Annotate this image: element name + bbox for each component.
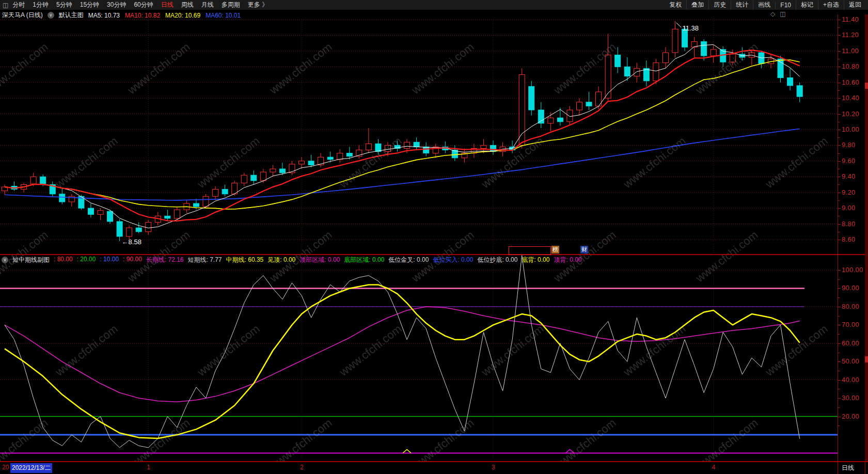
axis-tick <box>838 161 841 162</box>
axis-minor-tick <box>838 43 840 44</box>
indicator-field-13: 底背: 0.00 <box>522 256 549 264</box>
axis-minor-tick <box>838 27 840 28</box>
action-button-2[interactable]: 历史 <box>708 1 731 9</box>
chevron-down-icon[interactable] <box>48 12 54 19</box>
indicator-field-3: : 90.00 <box>123 256 142 264</box>
divider <box>838 462 838 474</box>
chevron-down-icon[interactable] <box>2 257 8 263</box>
indicator-field-12: 低位抄底: 0.00 <box>477 256 517 264</box>
action-button-3[interactable]: 统计 <box>731 1 753 9</box>
period-tab-4[interactable]: 30分钟 <box>107 1 126 9</box>
axis-price-label: 10.80 <box>842 62 859 70</box>
axis-minor-tick <box>838 389 840 389</box>
period-tab-9[interactable]: 多周期 <box>222 1 240 9</box>
panel-separator <box>0 254 868 255</box>
period-tab-3[interactable]: 15分钟 <box>80 1 99 9</box>
date-axis-row: 20 2022/12/13/二 1234 日线 <box>0 462 868 474</box>
axis-minor-tick <box>838 316 840 317</box>
period-tabs: 分时1分钟5分钟15分钟30分钟60分钟日线周线月线多周期更多 》 <box>12 1 268 9</box>
month-marker-1: 1 <box>147 464 150 471</box>
axis-tick <box>838 145 841 146</box>
axis-price-label: 50.00 <box>842 357 859 365</box>
axis-price-label: 9.40 <box>842 172 856 180</box>
period-tab-5[interactable]: 60分钟 <box>134 1 153 9</box>
indicator-fields: : 80.00: 20.00: 10.00: 90.00长期线: 72.16短期… <box>54 256 582 264</box>
axis-tick <box>838 83 841 83</box>
month-marker-3: 3 <box>492 464 495 471</box>
main-candlestick-chart[interactable]: 11.38←8.58 <box>0 14 838 255</box>
axis-tick <box>838 130 841 130</box>
indicator-field-7: 见顶: 0.00 <box>267 256 295 264</box>
axis-tick <box>838 177 841 177</box>
layout-icon[interactable]: ◫ <box>780 10 785 18</box>
chart-title-row: 深天马A (日线) 默认主图 MA5: 10.73MA10: 10.82MA20… <box>2 11 241 20</box>
axis-price-label: 80.00 <box>842 303 859 310</box>
axis-tick <box>838 307 841 307</box>
axis-tick <box>838 380 841 381</box>
axis-price-label: 9.80 <box>842 141 856 149</box>
period-tab-10[interactable]: 更多 》 <box>248 1 268 9</box>
right-scrollbar[interactable] <box>865 14 868 461</box>
high-annotation: 11.38 <box>683 24 699 32</box>
indicator-field-14: 顶背: 0.00 <box>554 256 581 264</box>
period-tab-7[interactable]: 周线 <box>181 1 194 9</box>
axis-price-label: 9.00 <box>842 204 856 212</box>
app-window: ◫ 分时1分钟5分钟15分钟30分钟60分钟日线周线月线多周期更多 》 复权叠加… <box>0 0 868 474</box>
action-button-5[interactable]: F10 <box>775 2 796 9</box>
scrollbar-mark <box>865 83 868 89</box>
shortcut-badge-榜[interactable]: 榜 <box>551 246 559 254</box>
period-indicator: 日线 <box>842 464 854 472</box>
axis-price-label: 9.20 <box>842 188 856 196</box>
top-toolbar: ◫ 分时1分钟5分钟15分钟30分钟60分钟日线周线月线多周期更多 》 复权叠加… <box>0 0 868 10</box>
action-button-7[interactable]: +自选 <box>818 1 844 9</box>
ma-value-1: MA10: 10.82 <box>125 12 160 19</box>
axis-tick <box>838 208 841 209</box>
year-fragment: 20 <box>2 464 9 471</box>
ma-values: MA5: 10.73MA10: 10.82MA20: 10.69MA60: 10… <box>88 12 241 19</box>
axis-tick <box>838 361 841 362</box>
axis-tick <box>838 114 841 115</box>
indicator-field-5: 短期线: 7.77 <box>188 256 222 264</box>
period-tab-1[interactable]: 1分钟 <box>33 1 49 9</box>
action-button-1[interactable]: 叠加 <box>686 1 708 9</box>
axis-tick <box>838 193 841 193</box>
indicator-field-0: : 80.00 <box>54 256 73 264</box>
diamond-icon[interactable]: ◇ <box>770 10 775 18</box>
axis-price-label: 70.00 <box>842 321 859 328</box>
axis-minor-tick <box>838 216 840 216</box>
indicator-field-11: 低位买入: 0.00 <box>433 256 473 264</box>
action-button-0[interactable]: 复权 <box>665 1 686 9</box>
chart-corner-icons: ◇◫ <box>770 10 786 18</box>
axis-tick <box>838 67 841 67</box>
month-marker-2: 2 <box>300 464 304 471</box>
period-tab-8[interactable]: 月线 <box>201 1 214 9</box>
indicator-field-8: 顶部区域: 0.00 <box>299 256 340 264</box>
shortcut-badge-财[interactable]: 财 <box>580 246 588 254</box>
action-button-4[interactable]: 画线 <box>753 1 775 9</box>
overlay-label: 默认主图 <box>59 11 84 20</box>
action-button-6[interactable]: 标记 <box>796 1 818 9</box>
panel-toggle-icon[interactable]: ◫ <box>3 2 8 9</box>
axis-minor-tick <box>838 353 840 353</box>
axis-price-label: 8.60 <box>842 235 856 243</box>
axis-minor-tick <box>838 169 840 169</box>
price-axis-line <box>838 14 838 461</box>
axis-price-label: 60.00 <box>842 339 859 347</box>
indicator-field-9: 底部区域: 0.00 <box>344 256 384 264</box>
axis-price-label: 100.00 <box>842 266 863 274</box>
axis-tick <box>838 398 841 399</box>
ma-value-2: MA20: 10.69 <box>165 12 200 19</box>
axis-tick <box>838 270 841 271</box>
action-button-8[interactable]: 返回 <box>844 1 866 9</box>
axis-minor-tick <box>838 425 840 426</box>
indicator-sub-chart[interactable] <box>0 243 838 461</box>
period-tab-2[interactable]: 5分钟 <box>56 1 72 9</box>
ma-value-0: MA5: 10.73 <box>88 12 120 19</box>
axis-price-label: 10.20 <box>842 110 859 118</box>
axis-minor-tick <box>838 407 840 408</box>
period-tab-6[interactable]: 日线 <box>161 1 173 9</box>
axis-tick <box>838 224 841 225</box>
period-tab-0[interactable]: 分时 <box>12 1 25 9</box>
axis-minor-tick <box>838 334 840 335</box>
axis-tick <box>838 417 841 417</box>
